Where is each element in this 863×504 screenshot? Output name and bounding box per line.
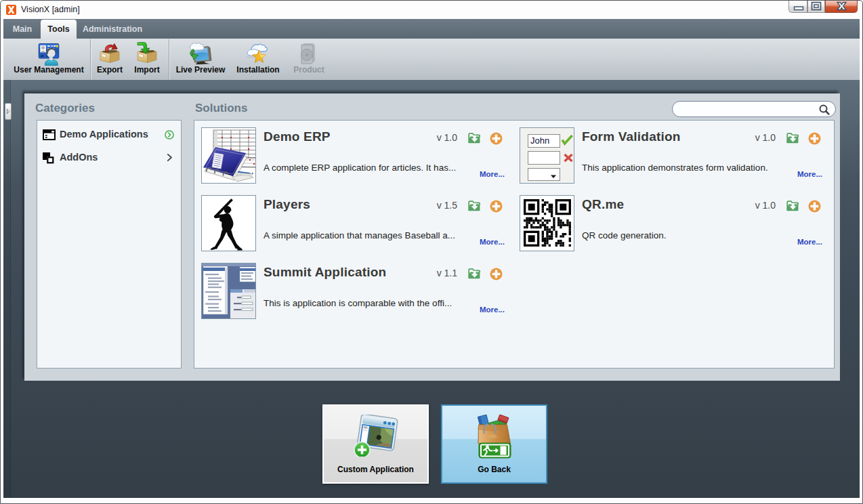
svg-text:John: John: [530, 135, 549, 146]
